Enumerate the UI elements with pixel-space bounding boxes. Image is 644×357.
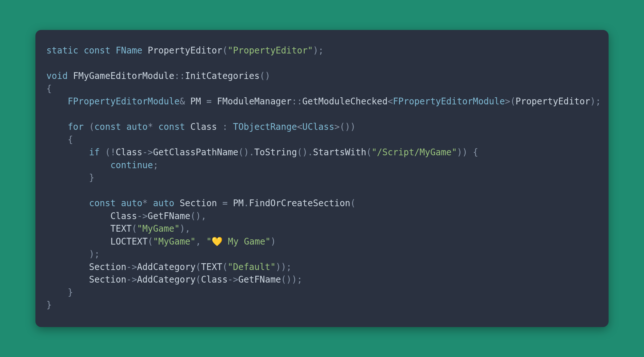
id-fmodulemanager: FModuleManager [217, 96, 292, 106]
id-class: Class [190, 121, 217, 132]
kw-if: if [89, 147, 99, 157]
str-loctext-rest: My Game" [223, 236, 270, 246]
op-gt: > [505, 96, 510, 106]
kw-auto: auto [126, 121, 147, 132]
type-uclass: UClass [302, 121, 334, 132]
id-propertyeditor-arg: PropertyEditor [516, 96, 590, 106]
fn-text-macro: TEXT [201, 262, 222, 272]
paren-open: ( [366, 147, 372, 157]
op-lt: < [388, 96, 393, 106]
kw-const: const [158, 121, 185, 132]
kw-auto: auto [121, 198, 142, 208]
op-assign: = [206, 96, 212, 106]
parens-dot: (). [297, 147, 313, 157]
kw-for: for [68, 121, 84, 132]
paren-open: ( [350, 198, 356, 208]
op-arrow: -> [142, 147, 153, 157]
paren-open: ( [196, 274, 201, 285]
op-colon: : [222, 121, 228, 132]
kw-const: const [89, 198, 116, 208]
paren-open-not: (! [105, 147, 116, 157]
type-fpropertyeditormodule: FPropertyEditorModule [68, 96, 180, 106]
op-gt: > [334, 121, 340, 132]
paren-open: ( [132, 223, 137, 234]
brace-open: { [68, 134, 73, 145]
paren-open: ( [89, 121, 94, 132]
parens-dot: (). [238, 147, 254, 157]
op-semi: ; [153, 160, 158, 170]
parens-empty: () [260, 71, 270, 81]
id-pm: PM [233, 198, 244, 208]
fn-loctext-macro: LOCTEXT [110, 236, 148, 246]
id-section: Section [89, 262, 126, 272]
str-loctext-key: "MyGame" [153, 236, 195, 246]
str-scriptpath: "/Script/MyGame" [372, 147, 457, 157]
parens-close-semi: )); [276, 262, 292, 272]
paren-close-semi: ); [590, 96, 601, 106]
id-propertyeditor: PropertyEditor [148, 45, 223, 55]
fn-startswith: StartsWith [313, 147, 366, 157]
kw-void: void [46, 71, 68, 81]
type-fname: FName [116, 45, 142, 55]
parens-close-semi: ()); [281, 274, 302, 285]
code-card: static const FName PropertyEditor("Prope… [35, 30, 609, 327]
parens-comma: (), [190, 211, 206, 221]
paren-close: ) [270, 236, 276, 246]
kw-static: static [46, 45, 78, 55]
paren-open: ( [222, 45, 228, 55]
fn-tostring: ToString [254, 147, 297, 157]
op-ref: & [180, 96, 185, 106]
id-class: Class [201, 274, 228, 285]
stage: static const FName PropertyEditor("Prope… [0, 0, 644, 357]
kw-auto: auto [153, 198, 174, 208]
fn-getclasspathname: GetClassPathName [153, 147, 238, 157]
id-section: Section [89, 274, 126, 285]
op-arrow: -> [137, 211, 147, 221]
paren-open: ( [196, 262, 201, 272]
id-pm: PM [190, 96, 201, 106]
paren-close-paren-brace: )) { [457, 147, 478, 157]
op-star: * [142, 198, 148, 208]
op-dot: . [244, 198, 249, 208]
op-lt: < [297, 121, 302, 132]
fn-getfname: GetFName [148, 211, 190, 221]
fn-findorcreatesection: FindOrCreateSection [249, 198, 350, 208]
paren-close-comma: ), [180, 223, 190, 234]
op-comma: , [196, 236, 206, 246]
id-class-name: FMyGameEditorModule [73, 71, 175, 81]
fn-getmodulechecked: GetModuleChecked [302, 96, 388, 106]
paren-open: ( [148, 236, 153, 246]
id-section: Section [180, 198, 217, 208]
str-loctext-open: " [206, 236, 212, 246]
op-scope: :: [174, 71, 185, 81]
paren-close-semi: ); [89, 249, 99, 259]
fn-addcategory: AddCategory [137, 262, 195, 272]
type-tobjectrange: TObjectRange [233, 121, 297, 132]
paren-close-semi: ); [313, 45, 324, 55]
fn-text-macro: TEXT [110, 223, 132, 234]
kw-const: const [94, 121, 121, 132]
code-block: static const FName PropertyEditor("Prope… [46, 44, 598, 312]
fn-initcategories: InitCategories [185, 71, 260, 81]
brace-close: } [68, 287, 73, 297]
op-scope: :: [292, 96, 302, 106]
parens-empty: ()) [340, 121, 356, 132]
op-assign: = [222, 198, 228, 208]
paren-open: ( [510, 96, 516, 106]
fn-addcategory: AddCategory [137, 274, 195, 285]
heart-icon: 💛 [212, 236, 223, 246]
kw-const: const [84, 45, 110, 55]
op-star: * [148, 121, 153, 132]
paren-open: ( [222, 262, 228, 272]
id-class: Class [116, 147, 142, 157]
op-arrow: -> [228, 274, 238, 285]
brace-close: } [46, 300, 52, 310]
op-arrow: -> [126, 274, 137, 285]
fn-getfname: GetFName [238, 274, 281, 285]
brace-open: { [46, 83, 52, 94]
type-fpropertyeditormodule2: FPropertyEditorModule [393, 96, 505, 106]
str-mygame: "MyGame" [137, 223, 179, 234]
str-default: "Default" [228, 262, 276, 272]
op-arrow: -> [126, 262, 137, 272]
brace-close: } [89, 172, 94, 183]
